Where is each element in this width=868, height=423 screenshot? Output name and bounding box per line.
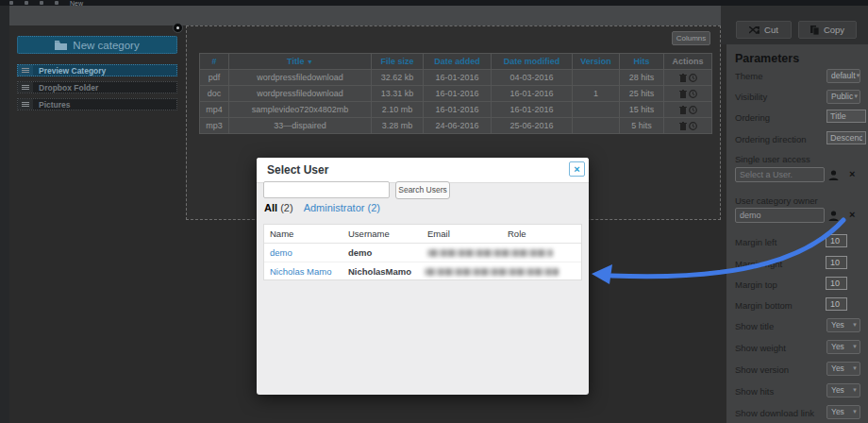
col-date-modified[interactable]: Date modified — [492, 54, 573, 70]
user-name-link[interactable]: demo — [270, 247, 292, 258]
file-date-added: 16-01-2016 — [424, 86, 492, 102]
show-title-select[interactable]: Yes▼ — [826, 318, 860, 332]
file-title[interactable]: 33—dispaired — [229, 118, 372, 134]
file-type: mp4 — [200, 102, 229, 118]
col-date-added[interactable]: Date added — [424, 54, 492, 70]
file-date-modified: 04-03-2016 — [492, 70, 573, 86]
category-label: Dropbox Folder — [39, 83, 98, 93]
user-icon[interactable] — [827, 210, 840, 222]
file-table-header: # Title ▼ File size Date added Date modi… — [200, 54, 712, 70]
sidebar-item-pictures[interactable]: Pictures — [17, 98, 177, 110]
param-label-theme: Theme — [735, 71, 763, 81]
param-label-margin-left: Margin left — [735, 237, 776, 247]
show-weight-select[interactable]: Yes▼ — [826, 340, 860, 354]
user-icon[interactable] — [827, 169, 840, 181]
show-version-select[interactable]: Yes▼ — [826, 362, 860, 376]
clear-user-icon[interactable]: × — [849, 209, 855, 221]
user-search-input[interactable] — [263, 181, 390, 198]
sort-desc-icon: ▼ — [307, 59, 313, 65]
show-hits-select[interactable]: Yes▼ — [826, 383, 860, 398]
user-category-owner-input[interactable] — [735, 208, 825, 223]
wp-logo-icon[interactable] — [9, 1, 13, 5]
category-label: Preview Category — [39, 66, 106, 76]
admin-menu-strip — [0, 6, 9, 423]
col-hits[interactable]: Hits — [620, 54, 664, 70]
theme-select[interactable]: default▼ — [826, 69, 860, 83]
col-version[interactable]: Version — [573, 54, 620, 70]
file-date-added: 24-06-2016 — [424, 118, 492, 134]
file-hits: 15 hits — [620, 102, 664, 118]
file-actions — [664, 102, 712, 118]
file-hits: 25 hits — [620, 86, 664, 102]
file-version: 1 — [573, 86, 620, 102]
col-filesize[interactable]: File size — [372, 54, 424, 70]
drag-handle-icon[interactable] — [18, 82, 33, 93]
history-icon[interactable] — [689, 106, 697, 114]
history-icon[interactable] — [689, 90, 697, 98]
param-label-show-download-link: Show download link — [735, 408, 814, 418]
param-label-user-category-owner: User category owner — [735, 195, 818, 206]
file-actions — [664, 70, 712, 86]
file-date-added: 16-01-2016 — [424, 102, 492, 118]
tab-all[interactable]: All — [264, 202, 277, 213]
user-name-link[interactable]: Nicholas Mamo — [270, 266, 331, 277]
col-hash[interactable]: # — [200, 54, 229, 70]
drag-handle-icon[interactable] — [18, 65, 33, 76]
clear-user-icon[interactable]: × — [849, 168, 855, 180]
copy-button[interactable]: Copy — [798, 21, 857, 39]
file-actions — [664, 118, 712, 134]
cut-button[interactable]: Cut — [736, 21, 792, 39]
file-date-added: 16-01-2016 — [424, 70, 492, 86]
new-category-button[interactable]: New category — [17, 36, 177, 54]
param-label-show-title: Show title — [735, 321, 774, 331]
trash-icon[interactable] — [679, 106, 687, 114]
select-user-modal: Select User × Search Users All (2) Admin… — [257, 158, 589, 395]
trash-icon[interactable] — [679, 122, 687, 130]
new-category-label: New category — [73, 40, 139, 51]
sidebar-item-dropbox-folder[interactable]: Dropbox Folder — [17, 81, 177, 93]
page-header-band — [9, 6, 721, 25]
file-table: # Title ▼ File size Date added Date modi… — [199, 53, 712, 134]
history-icon[interactable] — [689, 74, 697, 82]
updates-icon[interactable] — [40, 1, 43, 5]
file-title[interactable]: wordpressfiledownload — [229, 86, 372, 102]
col-role: Role — [508, 228, 526, 239]
margin-left-input[interactable] — [826, 234, 847, 247]
file-type: mp3 — [200, 118, 229, 134]
visibility-select[interactable]: Public▼ — [826, 90, 860, 104]
search-users-button[interactable]: Search Users — [395, 181, 450, 199]
param-label-ordering: Ordering — [735, 112, 770, 123]
user-row[interactable]: Nicholas Mamo NicholasMamo — [264, 262, 581, 279]
home-icon[interactable] — [25, 1, 28, 5]
file-row: mp4 samplevideo720x4802mb 2.10 mb 16-01-… — [200, 102, 712, 118]
redacted-email-role — [425, 268, 559, 276]
col-title[interactable]: Title ▼ — [229, 54, 372, 70]
margin-bottom-input[interactable] — [826, 297, 847, 311]
file-title[interactable]: samplevideo720x4802mb — [229, 102, 372, 118]
user-row[interactable]: demo demo — [264, 244, 581, 262]
file-date-modified: 16-01-2016 — [492, 102, 573, 118]
copy-label: Copy — [824, 25, 844, 35]
ordering-direction-input[interactable] — [826, 131, 866, 144]
show-download-link-select[interactable]: Yes▼ — [826, 405, 860, 419]
trash-icon[interactable] — [679, 90, 687, 98]
ordering-input[interactable] — [826, 110, 866, 123]
margin-right-input[interactable] — [826, 256, 847, 269]
col-email: Email — [427, 228, 450, 239]
trash-icon[interactable] — [679, 74, 687, 82]
margin-top-input[interactable] — [826, 277, 847, 290]
modal-close-button[interactable]: × — [569, 161, 585, 177]
file-title[interactable]: wordpressfiledownload — [229, 70, 372, 86]
collapse-panel-icon[interactable] — [173, 23, 183, 33]
comments-icon[interactable] — [55, 1, 58, 5]
sidebar-item-preview-category[interactable]: Preview Category — [17, 64, 177, 76]
tab-administrator[interactable]: Administrator (2) — [304, 202, 380, 213]
single-user-access-input[interactable] — [735, 167, 825, 182]
modal-title: Select User — [267, 158, 328, 183]
drag-handle-icon[interactable] — [18, 99, 33, 110]
columns-button[interactable]: Columns — [672, 31, 710, 45]
file-version — [573, 102, 620, 118]
chevron-down-icon: ▼ — [852, 384, 858, 397]
history-icon[interactable] — [689, 122, 697, 130]
chevron-down-icon: ▼ — [856, 70, 861, 82]
